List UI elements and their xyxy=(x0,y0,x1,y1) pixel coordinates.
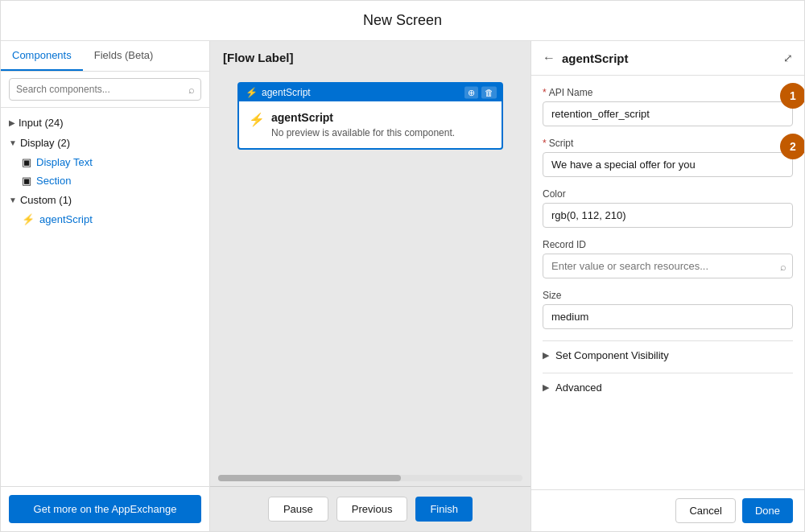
field-group-size: Size xyxy=(543,290,793,329)
component-title: agentScript xyxy=(271,111,455,124)
sidebar-tabs: Components Fields (Beta) xyxy=(1,41,209,72)
sidebar-group-display: ▼ Display (2) ▣ Display Text ▣ Section xyxy=(1,133,209,190)
section-visibility[interactable]: ▶ Set Component Visibility xyxy=(543,340,793,369)
display-text-label: Display Text xyxy=(36,156,93,168)
component-add-icon[interactable]: ⊕ xyxy=(464,87,478,99)
flow-label: [Flow Label] xyxy=(223,51,294,64)
badge-1-number: 1 xyxy=(790,89,796,102)
custom-arrow-icon: ▼ xyxy=(9,196,17,204)
main-content: Components Fields (Beta) ⌕ ▶ xyxy=(1,41,804,531)
record-id-search-icon: ⌕ xyxy=(780,260,786,272)
section-icon: ▣ xyxy=(22,175,31,187)
sidebar-group-custom-header[interactable]: ▼ Custom (1) xyxy=(1,190,209,210)
search-icon: ⌕ xyxy=(188,84,195,96)
finish-button[interactable]: Finish xyxy=(415,497,473,522)
input-arrow-icon: ▶ xyxy=(9,118,15,127)
component-body-text: agentScript No preview is available for … xyxy=(271,111,455,138)
tab-components[interactable]: Components xyxy=(1,41,83,71)
previous-button[interactable]: Previous xyxy=(336,497,408,522)
color-label: Color xyxy=(543,188,793,200)
right-panel-footer: Cancel Done xyxy=(531,489,804,531)
sidebar-item-display-text[interactable]: ▣ Display Text xyxy=(1,153,209,171)
page-title: New Screen xyxy=(363,12,442,28)
record-id-label: Record ID xyxy=(543,239,793,250)
right-panel-body: * API Name 1 * Script xyxy=(531,76,804,489)
sidebar-group-custom: ▼ Custom (1) ⚡ agentScript xyxy=(1,190,209,229)
script-required-mark: * xyxy=(543,138,547,149)
title-bar: New Screen xyxy=(1,1,804,41)
visibility-section-title: Set Component Visibility xyxy=(555,349,669,361)
visibility-chevron-icon: ▶ xyxy=(543,350,549,361)
canvas-header: [Flow Label] xyxy=(210,41,530,74)
field-group-api-name: * API Name 1 xyxy=(543,87,793,126)
app-container: New Screen Components Fields (Beta) ⌕ xyxy=(0,0,805,532)
canvas: [Flow Label] ⚡ agentScript ⊕ 🗑 ⚡ xyxy=(210,41,530,531)
size-label: Size xyxy=(543,290,793,301)
pause-button[interactable]: Pause xyxy=(268,497,328,522)
component-body-icon: ⚡ xyxy=(249,112,265,127)
done-button[interactable]: Done xyxy=(742,498,793,523)
api-name-label: * API Name xyxy=(543,87,793,98)
component-card: ⚡ agentScript ⊕ 🗑 ⚡ agentScript No previ… xyxy=(237,82,503,150)
record-id-input-wrapper: ⌕ xyxy=(543,254,793,278)
appexchange-button[interactable]: Get more on the AppExchange xyxy=(9,495,201,523)
badge-2-number: 2 xyxy=(790,140,796,153)
section-label: Section xyxy=(36,175,71,187)
component-card-actions: ⊕ 🗑 xyxy=(464,87,497,99)
sidebar-search-area: ⌕ xyxy=(1,72,209,108)
field-group-record-id: Record ID ⌕ xyxy=(543,239,793,278)
record-id-input[interactable] xyxy=(543,254,793,278)
advanced-chevron-icon: ▶ xyxy=(543,382,549,393)
api-name-required-mark: * xyxy=(543,87,547,98)
sidebar-item-section[interactable]: ▣ Section xyxy=(1,171,209,190)
canvas-scrollbar[interactable] xyxy=(218,475,522,481)
right-panel: ← agentScript ⤢ * API Name 1 xyxy=(530,41,804,531)
field-group-script: * Script 2 xyxy=(543,138,793,177)
script-input[interactable] xyxy=(543,152,793,177)
field-group-color: Color xyxy=(543,188,793,228)
sidebar-item-agent-script[interactable]: ⚡ agentScript xyxy=(1,210,209,229)
canvas-footer: Pause Previous Finish xyxy=(210,486,530,531)
api-name-input[interactable] xyxy=(543,101,793,126)
agent-script-label: agentScript xyxy=(39,213,93,225)
canvas-scrollbar-thumb xyxy=(218,475,401,481)
display-group-label: Display (2) xyxy=(20,137,70,149)
badge-circle-1: 1 xyxy=(780,83,804,109)
display-text-icon: ▣ xyxy=(22,156,31,168)
color-input[interactable] xyxy=(543,203,793,228)
agent-script-icon: ⚡ xyxy=(22,213,35,225)
sidebar-group-input: ▶ Input (24) xyxy=(1,113,209,133)
component-header-label: agentScript xyxy=(262,87,311,98)
script-label: * Script xyxy=(543,138,793,149)
advanced-section-title: Advanced xyxy=(555,381,602,394)
back-arrow-icon[interactable]: ← xyxy=(543,51,555,65)
component-card-body: ⚡ agentScript No preview is available fo… xyxy=(239,101,502,148)
right-panel-title: agentScript xyxy=(562,52,629,65)
right-panel-header: ← agentScript ⤢ xyxy=(531,41,804,76)
component-header-icon: ⚡ xyxy=(246,87,258,98)
section-advanced[interactable]: ▶ Advanced xyxy=(543,373,793,402)
search-wrapper: ⌕ xyxy=(9,78,201,101)
sidebar-footer: Get more on the AppExchange xyxy=(1,486,209,531)
input-group-label: Input (24) xyxy=(19,117,64,129)
custom-group-label: Custom (1) xyxy=(20,194,72,206)
display-arrow-icon: ▼ xyxy=(9,138,17,147)
sidebar: Components Fields (Beta) ⌕ ▶ xyxy=(1,41,210,531)
component-card-header: ⚡ agentScript ⊕ 🗑 xyxy=(239,84,502,101)
tab-fields[interactable]: Fields (Beta) xyxy=(83,41,165,71)
sidebar-content: ▶ Input (24) ▼ Display (2) ▣ Display Tex… xyxy=(1,108,209,486)
sidebar-group-display-header[interactable]: ▼ Display (2) xyxy=(1,133,209,153)
component-delete-icon[interactable]: 🗑 xyxy=(481,87,497,99)
component-preview: No preview is available for this compone… xyxy=(271,127,455,138)
right-panel-title-area: ← agentScript xyxy=(543,51,629,65)
cancel-button[interactable]: Cancel xyxy=(675,498,735,523)
search-input[interactable] xyxy=(9,78,201,101)
sidebar-group-input-header[interactable]: ▶ Input (24) xyxy=(1,113,209,133)
badge-circle-2: 2 xyxy=(780,134,804,159)
size-input[interactable] xyxy=(543,304,793,329)
canvas-content: ⚡ agentScript ⊕ 🗑 ⚡ agentScript No previ… xyxy=(210,74,530,470)
expand-icon[interactable]: ⤢ xyxy=(783,52,793,64)
